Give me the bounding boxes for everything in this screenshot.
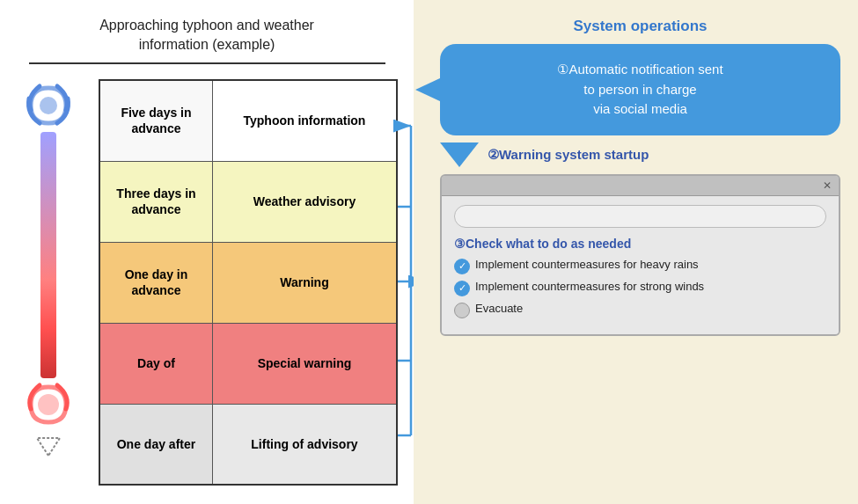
checklist-item[interactable]: ✓Implement countermeasures for heavy rai… xyxy=(454,258,826,274)
unchecked-icon[interactable] xyxy=(454,303,470,318)
dashed-arrow-down xyxy=(35,431,62,457)
speech-bubble: ①Automatic notification sent to person i… xyxy=(440,44,840,135)
event-cell: Lifting of advisory xyxy=(212,404,397,485)
checklist-item-label: Evacuate xyxy=(475,302,523,315)
checked-icon[interactable]: ✓ xyxy=(454,259,470,274)
checklist-item-label: Implement countermeasures for strong win… xyxy=(475,280,704,293)
step1-line3: via social media xyxy=(593,101,687,116)
event-cell: Warning xyxy=(212,242,397,323)
checklist-item-label: Implement countermeasures for heavy rain… xyxy=(475,258,699,271)
checklist-item[interactable]: ✓Implement countermeasures for strong wi… xyxy=(454,280,826,296)
time-cell: Three days in advance xyxy=(99,161,212,242)
checklist-item[interactable]: Evacuate xyxy=(454,302,826,318)
table-row: Five days in advanceTyphoon information xyxy=(99,80,397,161)
step1-text: ①Automatic notification sent to person i… xyxy=(557,62,722,116)
step2-row: ②Warning system startup xyxy=(440,142,840,167)
time-cell: Day of xyxy=(99,323,212,404)
checked-icon[interactable]: ✓ xyxy=(454,281,470,296)
step3-label: ③Check what to do as needed xyxy=(454,237,826,251)
title-line2: information (example) xyxy=(139,37,275,52)
event-cell: Weather advisory xyxy=(212,161,397,242)
table-row: Three days in advanceWeather advisory xyxy=(99,161,397,242)
search-bar[interactable] xyxy=(454,205,826,228)
step1-line1: ①Automatic notification sent xyxy=(557,62,722,77)
typhoon-icon-top xyxy=(22,79,75,132)
time-cell: Five days in advance xyxy=(99,80,212,161)
system-ops-title: System operations xyxy=(440,18,840,35)
table-area: Five days in advanceTyphoon informationT… xyxy=(99,79,398,486)
step1-line2: to person in charge xyxy=(583,82,696,97)
info-table: Five days in advanceTyphoon informationT… xyxy=(99,79,398,486)
table-row: One day afterLifting of advisory xyxy=(99,404,397,485)
svg-point-0 xyxy=(40,97,57,114)
typhoon-icon-bottom xyxy=(22,378,75,431)
table-row: Day ofSpecial warning xyxy=(99,323,397,404)
big-arrow-down xyxy=(440,142,479,167)
svg-marker-2 xyxy=(37,438,60,456)
svg-point-1 xyxy=(38,394,59,415)
right-panel: System operations ①Automatic notificatio… xyxy=(414,0,858,504)
event-cell: Special warning xyxy=(212,323,397,404)
window-body: ③Check what to do as needed ✓Implement c… xyxy=(442,196,839,334)
event-cell: Typhoon information xyxy=(212,80,397,161)
time-cell: One day in advance xyxy=(99,242,212,323)
main-title: Approaching typhoon and weather informat… xyxy=(0,0,414,73)
checklist-container: ✓Implement countermeasures for heavy rai… xyxy=(454,258,826,318)
step2-label: ②Warning system startup xyxy=(488,147,649,163)
typhoon-gradient-bar xyxy=(40,132,56,378)
title-line1: Approaching typhoon and weather xyxy=(99,18,314,33)
time-cell: One day after xyxy=(99,404,212,485)
window-mockup: ✕ ③Check what to do as needed ✓Implement… xyxy=(440,174,840,336)
left-panel: Approaching typhoon and weather informat… xyxy=(0,0,414,504)
window-close-button[interactable]: ✕ xyxy=(823,179,832,192)
typhoon-column xyxy=(9,79,88,457)
window-titlebar: ✕ xyxy=(442,176,839,196)
table-row: One day in advanceWarning xyxy=(99,242,397,323)
